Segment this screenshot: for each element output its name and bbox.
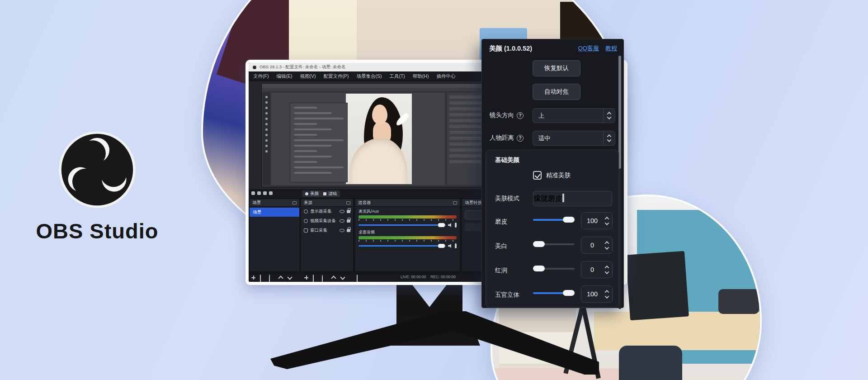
menu-tools[interactable]: 工具(T) bbox=[389, 73, 405, 80]
source-row[interactable]: 视频采集设备 bbox=[301, 216, 353, 226]
whitening-label: 美白 bbox=[495, 242, 507, 250]
meter-ticks bbox=[359, 219, 457, 221]
smoothing-value-spinner[interactable]: 100 bbox=[581, 212, 613, 229]
lens-direction-select[interactable]: 上 bbox=[533, 108, 615, 123]
rosy-slider[interactable] bbox=[533, 266, 575, 271]
slider-handle[interactable] bbox=[563, 290, 575, 296]
audio-level-meter bbox=[359, 236, 457, 239]
editor-layers-panel bbox=[447, 93, 487, 185]
move-scene-up-button[interactable] bbox=[278, 275, 283, 280]
add-scene-button[interactable] bbox=[251, 275, 256, 280]
speaker-icon[interactable] bbox=[448, 223, 453, 227]
editor-settings-dialog bbox=[290, 103, 348, 182]
menu-scene-collection[interactable]: 场景集合(S) bbox=[356, 73, 382, 80]
tab-beauty[interactable]: 美颜 bbox=[302, 190, 322, 197]
source-row[interactable]: 窗口采集 bbox=[301, 226, 353, 235]
slider-handle[interactable] bbox=[533, 241, 545, 247]
volume-slider[interactable] bbox=[359, 245, 446, 247]
speaker-icon[interactable] bbox=[448, 244, 453, 248]
features-3d-label: 五官立体 bbox=[495, 291, 519, 299]
select-arrows-icon[interactable] bbox=[562, 195, 564, 203]
dock-mini-icon[interactable] bbox=[269, 191, 273, 195]
volume-slider-handle[interactable] bbox=[438, 223, 445, 227]
mixer-options-icon[interactable] bbox=[357, 275, 358, 282]
person-distance-select[interactable]: 适中 bbox=[533, 131, 615, 146]
audio-mixer-panel: 混音器 麦克风/Aux 桌面音频 bbox=[355, 199, 460, 272]
scrollbar-thumb[interactable] bbox=[618, 56, 621, 169]
dock-mini-icon[interactable] bbox=[257, 191, 261, 195]
sources-panel-header[interactable]: 来源 bbox=[301, 199, 353, 207]
app-name-text: OBS Studio bbox=[23, 218, 172, 243]
scenes-panel-header[interactable]: 场景 bbox=[250, 199, 299, 207]
channel-options-icon[interactable] bbox=[455, 243, 457, 248]
menu-profile[interactable]: 配置文件(P) bbox=[323, 73, 349, 80]
editor-toolbar bbox=[263, 93, 270, 185]
window-title: OBS 29.1.3 - 配置文件: 未命名 - 场景: 未命名 bbox=[259, 64, 346, 70]
sources-panel: 来源 显示器采集 视频采集设备 窗口采集 bbox=[301, 199, 354, 272]
meter-ticks bbox=[359, 240, 457, 242]
checkbox-checked-icon[interactable] bbox=[533, 171, 542, 180]
slider-handle[interactable] bbox=[533, 266, 545, 271]
move-scene-down-button[interactable] bbox=[287, 275, 292, 280]
auto-focus-button[interactable]: 自动对焦 bbox=[533, 84, 580, 100]
dock-mini-icon[interactable] bbox=[251, 191, 255, 195]
lock-icon[interactable] bbox=[347, 229, 350, 232]
scene-list-item[interactable]: 场景 bbox=[250, 208, 299, 217]
visibility-eye-icon[interactable] bbox=[340, 219, 344, 223]
live-timer: LIVE: 00:00:00 bbox=[401, 275, 426, 279]
duplicate-scene-button[interactable] bbox=[269, 275, 270, 282]
qq-support-link[interactable]: QQ客服 bbox=[578, 44, 599, 52]
audio-level-meter bbox=[359, 215, 457, 218]
add-source-button[interactable] bbox=[304, 275, 309, 280]
collapse-icon[interactable] bbox=[292, 201, 297, 204]
rec-timer: REC: 00:00:00 bbox=[430, 275, 456, 279]
portrait-photo bbox=[346, 94, 412, 184]
spinner-arrows-icon[interactable] bbox=[603, 217, 612, 225]
whitening-value-spinner[interactable]: 0 bbox=[581, 237, 613, 254]
skin-mode-select[interactable]: 朦胧磨皮 bbox=[533, 191, 612, 206]
lock-icon[interactable] bbox=[347, 219, 350, 223]
remove-scene-button[interactable] bbox=[260, 275, 261, 282]
menu-edit[interactable]: 编辑(E) bbox=[276, 73, 292, 80]
menu-plugin-center[interactable]: 插件中心 bbox=[436, 73, 455, 80]
collapse-icon[interactable] bbox=[453, 201, 457, 204]
restore-default-button[interactable]: 恢复默认 bbox=[533, 60, 580, 76]
menu-view[interactable]: 视图(V) bbox=[300, 73, 316, 80]
remove-source-button[interactable] bbox=[313, 275, 314, 282]
help-icon[interactable]: ? bbox=[517, 112, 524, 119]
features-3d-slider[interactable] bbox=[533, 290, 575, 296]
chair-shape bbox=[619, 346, 682, 380]
select-arrows-icon[interactable] bbox=[603, 131, 615, 145]
rosy-value-spinner[interactable]: 0 bbox=[581, 261, 613, 278]
select-arrows-icon[interactable] bbox=[603, 109, 615, 123]
move-source-down-button[interactable] bbox=[340, 275, 345, 280]
smoothing-slider[interactable] bbox=[533, 217, 575, 223]
lens-direction-label: 镜头方向 ? bbox=[490, 111, 524, 119]
features-3d-value-spinner[interactable]: 100 bbox=[581, 285, 613, 303]
lock-icon[interactable] bbox=[347, 210, 350, 213]
whitening-slider[interactable] bbox=[533, 241, 575, 247]
mixer-panel-header[interactable]: 混音器 bbox=[355, 199, 460, 207]
slider-handle[interactable] bbox=[563, 217, 575, 223]
spinner-arrows-icon[interactable] bbox=[603, 266, 612, 274]
source-properties-button[interactable] bbox=[322, 275, 323, 282]
menu-help[interactable]: 帮助(H) bbox=[413, 73, 429, 80]
help-icon[interactable]: ? bbox=[517, 135, 524, 142]
spinner-arrows-icon[interactable] bbox=[603, 241, 612, 250]
collapse-icon[interactable] bbox=[346, 201, 350, 204]
visibility-eye-icon[interactable] bbox=[340, 229, 344, 232]
volume-slider[interactable] bbox=[359, 224, 446, 226]
menu-file[interactable]: 文件(F) bbox=[253, 73, 269, 80]
channel-options-icon[interactable] bbox=[455, 223, 457, 228]
person-distance-label: 人物距离 ? bbox=[490, 134, 524, 142]
tutorial-link[interactable]: 教程 bbox=[605, 44, 617, 52]
spinner-arrows-icon[interactable] bbox=[603, 290, 612, 299]
camera-source-icon bbox=[304, 219, 308, 223]
precise-skin-checkbox-row[interactable]: 精准美肤 bbox=[533, 171, 571, 180]
volume-slider-handle[interactable] bbox=[438, 244, 445, 248]
move-source-up-button[interactable] bbox=[331, 275, 336, 280]
tab-filters[interactable]: 滤镜 bbox=[320, 190, 340, 197]
visibility-eye-icon[interactable] bbox=[340, 210, 344, 213]
dock-mini-icon[interactable] bbox=[263, 191, 267, 195]
source-row[interactable]: 显示器采集 bbox=[301, 207, 353, 216]
